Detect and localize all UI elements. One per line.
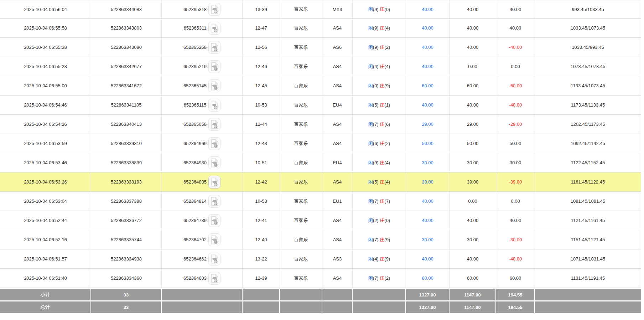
banker-score: (0): [384, 218, 390, 223]
game-id-cell: 652364702: [162, 230, 243, 249]
bet-amount: 60.00: [406, 76, 450, 95]
valid-bet-amount: 40.00: [450, 38, 496, 57]
table-row: 2025-10-04 06:53:46 522863338839 6523649…: [0, 153, 641, 172]
player-label: 闲: [368, 121, 373, 128]
summary-empty-cell: [322, 301, 353, 313]
player-label: 闲: [368, 217, 373, 224]
bet-amount: 39.00: [406, 172, 450, 191]
valid-bet-amount: 30.00: [450, 153, 496, 172]
valid-bet-amount: 40.00: [450, 211, 496, 230]
bet-amount: 50.00: [406, 134, 450, 153]
round-number: 13-39: [243, 0, 280, 18]
video-replay-button[interactable]: [208, 3, 220, 16]
game-id: 652364885: [183, 179, 207, 185]
bet-id: 522863335744: [91, 230, 162, 249]
video-replay-button[interactable]: [208, 156, 220, 169]
banker-score: (4): [384, 25, 390, 31]
game-id-cell: 652364969: [162, 134, 243, 153]
bet-time: 2025-10-04 06:53:46: [0, 153, 91, 172]
game-result: 闲(9) 庄(0): [353, 0, 406, 18]
round-number: 10-53: [243, 96, 280, 114]
banker-score: (2): [384, 275, 390, 281]
valid-bet-amount: 40.00: [450, 19, 496, 37]
balance-before-after: 1202.45/1173.45: [535, 115, 641, 134]
balance-before-after: 1071.45/1031.45: [535, 249, 641, 268]
table-row: 2025-10-04 06:55:28 522863342677 6523652…: [0, 57, 641, 76]
bet-id: 522863344083: [91, 0, 162, 18]
video-replay-icon: [211, 100, 218, 110]
round-number: 12-40: [243, 230, 280, 249]
player-score: (7): [373, 275, 379, 281]
video-replay-icon: [211, 254, 218, 264]
banker-score: (6): [384, 122, 390, 127]
bet-time: 2025-10-04 06:53:26: [0, 172, 91, 191]
banker-label: 庄: [380, 44, 384, 51]
balance-before-after: 1122.45/1152.45: [535, 153, 641, 172]
bet-amount: 40.00: [406, 57, 450, 76]
valid-bet-amount: 29.00: [450, 115, 496, 134]
table-row: 2025-10-04 06:51:40 522863334360 6523646…: [0, 269, 641, 288]
bet-amount: 30.00: [406, 153, 450, 172]
banker-label: 庄: [380, 160, 384, 166]
win-loss-amount: 40.00: [496, 0, 535, 18]
banker-label: 庄: [380, 25, 384, 31]
video-replay-button[interactable]: [208, 41, 220, 54]
bet-time: 2025-10-04 06:55:28: [0, 57, 91, 76]
table-code: MX3: [322, 0, 353, 18]
bet-id: 522863339310: [91, 134, 162, 153]
banker-label: 庄: [380, 121, 384, 128]
bet-amount: 40.00: [406, 0, 450, 18]
summary-empty-cell: [162, 289, 243, 300]
game-id: 652365219: [183, 64, 207, 69]
valid-bet-amount: 50.00: [450, 134, 496, 153]
video-replay-button[interactable]: [208, 137, 220, 150]
banker-label: 庄: [380, 6, 384, 12]
table-code: AS4: [322, 76, 353, 95]
video-replay-button[interactable]: [208, 99, 220, 112]
game-id: 652365115: [183, 102, 206, 108]
bet-amount: 30.00: [406, 230, 450, 249]
player-score: (9): [373, 45, 379, 50]
video-replay-button[interactable]: [208, 214, 220, 227]
video-replay-button[interactable]: [208, 22, 220, 35]
video-replay-button[interactable]: [208, 60, 220, 73]
player-label: 闲: [368, 102, 373, 108]
game-result: 闲(6) 庄(2): [353, 134, 406, 153]
bet-id: 522863342677: [91, 57, 162, 76]
player-label: 闲: [368, 44, 373, 51]
game-type: 百家乐: [280, 38, 322, 57]
video-replay-button[interactable]: [208, 253, 220, 265]
win-loss-amount: 60.00: [496, 269, 535, 288]
game-type: 百家乐: [280, 115, 322, 134]
bet-amount: 40.00: [406, 38, 450, 57]
banker-label: 庄: [380, 102, 384, 108]
game-id: 652364662: [183, 256, 207, 262]
game-result: 闲(9) 庄(2): [353, 38, 406, 57]
player-score: (0): [373, 83, 379, 88]
game-id-cell: 652365258: [162, 38, 243, 57]
bet-amount: 29.00: [406, 115, 450, 134]
video-replay-button[interactable]: [208, 79, 220, 92]
game-type: 百家乐: [280, 134, 322, 153]
game-type: 百家乐: [280, 249, 322, 268]
bet-amount: 40.00: [406, 192, 450, 211]
summary-winloss-total: 194.55: [496, 289, 535, 300]
table-row: 2025-10-04 06:54:46 522863341105 6523651…: [0, 96, 641, 115]
video-replay-button[interactable]: [208, 176, 220, 189]
game-id: 652364814: [183, 198, 207, 204]
video-replay-button[interactable]: [208, 233, 220, 246]
video-replay-button[interactable]: [208, 272, 220, 285]
video-replay-button[interactable]: [208, 118, 220, 131]
video-replay-button[interactable]: [208, 195, 220, 208]
bet-time: 2025-10-04 06:55:00: [0, 76, 91, 95]
bet-id: 522863341672: [91, 76, 162, 95]
player-label: 闲: [368, 140, 373, 147]
balance-before-after: 1033.45/993.45: [535, 38, 641, 57]
banker-label: 庄: [380, 179, 384, 185]
bet-time: 2025-10-04 06:52:44: [0, 211, 91, 230]
banker-label: 庄: [380, 275, 384, 282]
summary-valid-total: 1147.00: [450, 289, 496, 300]
video-replay-icon: [211, 5, 218, 14]
game-type: 百家乐: [280, 0, 322, 18]
banker-label: 庄: [380, 256, 384, 262]
